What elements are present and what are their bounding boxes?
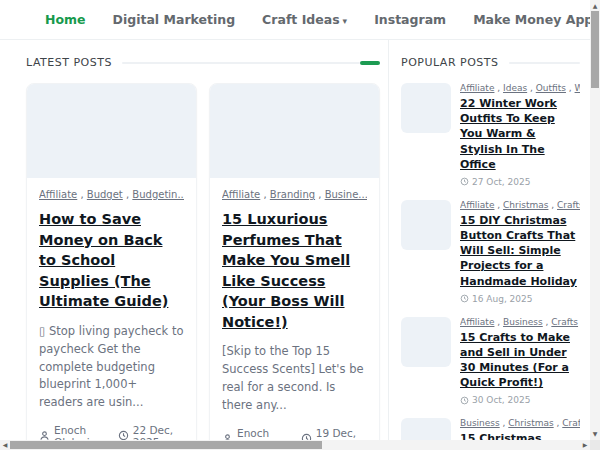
category-link[interactable]: Business [503,317,543,327]
nav-item-craft-ideas-label: Craft Ideas [262,12,340,27]
popular-post-date-text: 16 Aug, 2025 [472,294,533,304]
post-date: 19 Dec, 2025 [301,427,367,440]
nav-item-craft-ideas[interactable]: Craft Ideas▾ [262,12,347,27]
popular-post-title-link[interactable]: 15 DIY Christmas Button Crafts That Will… [460,213,580,289]
category-separator [77,189,87,200]
category-separator [494,200,503,210]
popular-post-thumbnail[interactable] [401,317,451,367]
category-link[interactable]: Branding [270,189,315,200]
category-link[interactable]: Affiliate [460,317,494,327]
category-link[interactable]: Affiliate [460,200,494,210]
popular-post-item: BusinessChristmasCrafts... 15 Christmas … [401,418,580,440]
popular-post-categories: BusinessChristmasCrafts... [460,418,580,428]
category-separator [500,418,509,428]
clock-icon [460,396,469,405]
category-separator [260,189,270,200]
clock-icon [460,294,469,303]
nav-item-home[interactable]: Home [45,12,86,27]
category-link[interactable]: Outfits [536,83,566,93]
scroll-up-arrow-icon[interactable]: ▲ [590,1,600,11]
category-separator [123,189,133,200]
section-divider-line [509,62,581,64]
post-card: AffiliateBrandingBusine... 15 Luxurious … [209,83,380,440]
clock-icon [118,430,129,440]
nav-item-digital-marketing[interactable]: Digital Marketing [113,12,236,27]
popular-post-date-text: 27 Oct, 2025 [472,177,531,187]
category-link[interactable]: Budgetin... [132,189,184,200]
section-accent-dash [360,61,380,65]
category-link[interactable]: Crafts [551,317,578,327]
category-link[interactable]: Christmas [503,200,548,210]
scroll-down-arrow-icon[interactable]: ▼ [590,429,600,439]
posts-grid: AffiliateBudgetBudgetin... How to Save M… [26,83,380,440]
popular-post-item: AffiliateChristmasCrafts... 15 DIY Chris… [401,200,580,304]
horizontal-scrollbar-thumb[interactable] [10,441,322,449]
post-card: AffiliateBudgetBudgetin... How to Save M… [26,83,197,440]
popular-posts-title: POPULAR POSTS [401,56,499,69]
post-title-link[interactable]: How to Save Money on Back to School Supp… [39,209,184,312]
chevron-down-icon: ▾ [343,16,348,26]
popular-post-thumbnail[interactable] [401,418,451,440]
category-link[interactable]: Crafts [557,200,580,210]
post-excerpt: [Skip to the Top 15 Success Scents] Let'… [222,343,367,414]
popular-post-title-link[interactable]: 15 Christmas Crafts to Sell: Make Money … [460,431,580,440]
popular-post-item: AffiliateBusinessCrafts... 15 Crafts to … [401,317,580,406]
category-link[interactable]: Busine... [325,189,367,200]
person-icon [39,430,50,440]
popular-post-text: AffiliateBusinessCrafts... 15 Crafts to … [460,317,580,406]
post-card-body: AffiliateBudgetBudgetin... How to Save M… [27,178,196,440]
vertical-scrollbar[interactable]: ▲ ▼ [590,0,600,440]
post-thumbnail[interactable] [210,84,379,178]
category-link[interactable]: Ideas [503,83,527,93]
category-separator [494,83,503,93]
category-link[interactable]: Budget [87,189,123,200]
category-separator [527,83,536,93]
post-date: 22 Dec, 2025 [118,424,184,440]
post-author: Enoch Olalusi [222,427,289,440]
category-separator [548,200,557,210]
vertical-scrollbar-thumb[interactable] [591,11,599,88]
popular-post-categories: AffiliateChristmasCrafts... [460,200,580,210]
post-card-body: AffiliateBrandingBusine... 15 Luxurious … [210,178,379,440]
post-date-text: 19 Dec, 2025 [316,427,367,440]
post-thumbnail[interactable] [27,84,196,178]
popular-posts-sidebar: POPULAR POSTS AffiliateIdeasOutfitsWi...… [388,40,590,440]
scroll-right-arrow-icon[interactable]: ▶ [580,440,590,450]
popular-post-thumbnail[interactable] [401,200,451,250]
post-meta: Enoch Olalusi 22 Dec, 2025 [39,424,184,440]
popular-post-item: AffiliateIdeasOutfitsWi... 22 Winter Wor… [401,83,580,187]
category-link[interactable]: Affiliate [39,189,77,200]
nav-item-make-money-apps[interactable]: Make Money Apps [473,12,590,27]
category-link[interactable]: Wi... [575,83,580,93]
popular-post-text: BusinessChristmasCrafts... 15 Christmas … [460,418,580,440]
category-link[interactable]: Crafts... [562,418,580,428]
nav-item-instagram[interactable]: Instagram [374,12,446,27]
horizontal-scrollbar[interactable]: ◀ ▶ [0,440,590,450]
category-link[interactable]: Business [460,418,500,428]
person-icon [222,433,233,440]
content-area: LATEST POSTS AffiliateBudgetBudgetin... … [0,40,590,440]
category-separator [578,317,580,327]
popular-posts-header: POPULAR POSTS [401,56,580,69]
popular-post-date: 16 Aug, 2025 [460,294,580,304]
post-meta: Enoch Olalusi 19 Dec, 2025 [222,427,367,440]
category-link[interactable]: Christmas [508,418,553,428]
popular-post-title-link[interactable]: 15 Crafts to Make and Sell in Under 30 M… [460,330,580,391]
category-link[interactable]: Affiliate [222,189,260,200]
popular-post-text: AffiliateChristmasCrafts... 15 DIY Chris… [460,200,580,304]
scroll-left-arrow-icon[interactable]: ◀ [0,440,10,450]
popular-post-title-link[interactable]: 22 Winter Work Outfits To Keep You Warm … [460,96,580,172]
category-separator [566,83,575,93]
popular-post-thumbnail[interactable] [401,83,451,133]
latest-posts-header: LATEST POSTS [26,56,380,69]
popular-post-categories: AffiliateBusinessCrafts... [460,317,580,327]
post-categories: AffiliateBrandingBusine... [222,188,367,202]
post-excerpt: ▯ Stop living paycheck to paycheck Get t… [39,323,184,412]
post-date-text: 22 Dec, 2025 [133,424,184,440]
scrollbar-corner [590,440,600,450]
popular-post-date-text: 30 Oct, 2025 [472,395,531,405]
post-title-link[interactable]: 15 Luxurious Perfumes That Make You Smel… [222,209,367,332]
category-link[interactable]: Affiliate [460,83,494,93]
clock-icon [460,177,469,186]
page: Home Digital Marketing Craft Ideas▾ Inst… [0,0,590,440]
